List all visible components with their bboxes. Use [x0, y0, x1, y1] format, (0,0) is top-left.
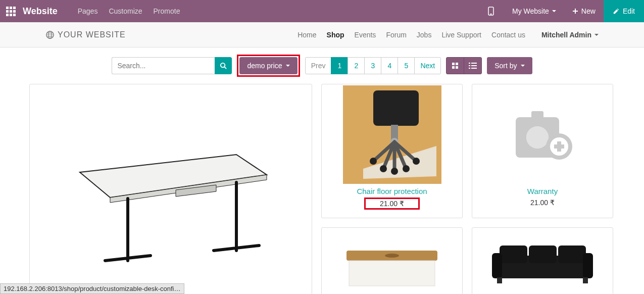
svg-rect-10	[471, 63, 477, 64]
caret-down-icon	[521, 65, 525, 67]
svg-rect-14	[471, 68, 477, 69]
product-row-2	[321, 227, 613, 294]
app-brand[interactable]: Website	[23, 6, 58, 17]
svg-rect-43	[583, 253, 593, 278]
sub-header: YOUR WEBSITE Home Shop Events Forum Jobs…	[0, 22, 644, 47]
grid-view-button[interactable]	[446, 57, 464, 74]
mobile-preview-icon[interactable]	[488, 7, 494, 16]
desk-image	[49, 107, 292, 273]
sub-nav: Home Shop Events Forum Jobs Live Support…	[298, 31, 599, 39]
svg-rect-34	[554, 144, 564, 149]
svg-rect-12	[471, 65, 477, 66]
pagination: Prev 1 2 3 4 5 Next	[305, 57, 441, 74]
svg-point-26	[403, 165, 410, 172]
top-menu-promote[interactable]: Promote	[154, 7, 180, 15]
plus-icon	[572, 8, 578, 14]
edit-label: Edit	[623, 7, 635, 15]
globe-icon	[45, 30, 55, 39]
svg-rect-41	[558, 246, 586, 263]
user-menu[interactable]: Mitchell Admin	[541, 31, 599, 39]
caret-down-icon	[595, 34, 599, 36]
caret-down-icon	[552, 10, 556, 12]
chair-mat-image	[343, 85, 441, 184]
svg-rect-45	[583, 277, 588, 283]
sortby-dropdown[interactable]: Sort by	[487, 57, 532, 74]
status-bar: 192.168.2.206:8013/shop/product/customiz…	[0, 283, 184, 294]
product-price-highlighted: 21.00 ₹	[364, 198, 420, 210]
svg-rect-5	[452, 63, 455, 65]
svg-rect-11	[469, 65, 470, 66]
svg-rect-36	[349, 261, 435, 286]
nav-home[interactable]: Home	[298, 31, 316, 39]
user-name: Mitchell Admin	[541, 31, 591, 39]
top-menu-pages[interactable]: Pages	[78, 7, 98, 15]
right-column: Chair floor protection 21.00 ₹	[321, 84, 613, 294]
nav-contact[interactable]: Contact us	[491, 31, 525, 39]
svg-point-27	[391, 168, 398, 175]
top-menu-customize[interactable]: Customize	[109, 7, 142, 15]
product-card-warranty[interactable]: Warranty 21.00 ₹	[472, 84, 613, 218]
page-3[interactable]: 3	[364, 57, 381, 74]
svg-rect-1	[490, 14, 492, 15]
svg-rect-40	[529, 246, 557, 263]
sortby-label: Sort by	[494, 62, 517, 70]
svg-rect-7	[452, 66, 455, 69]
svg-rect-39	[500, 246, 527, 263]
svg-rect-20	[373, 90, 419, 126]
page-5[interactable]: 5	[398, 57, 415, 74]
pricelist-label: demo price	[247, 62, 282, 70]
svg-rect-44	[497, 277, 502, 283]
new-button[interactable]: New	[564, 7, 604, 15]
svg-rect-9	[469, 63, 470, 64]
svg-point-30	[526, 126, 549, 149]
product-title[interactable]: Warranty	[527, 187, 558, 195]
nav-shop[interactable]: Shop	[327, 31, 344, 39]
page-prev[interactable]: Prev	[305, 57, 332, 74]
nav-forum[interactable]: Forum	[386, 31, 406, 39]
page-2[interactable]: 2	[348, 57, 365, 74]
pricelist-dropdown[interactable]: demo price	[239, 57, 297, 74]
my-website-label: My Website	[512, 7, 549, 15]
product-card-chair-mat[interactable]: Chair floor protection 21.00 ₹	[321, 84, 463, 218]
placeholder-image	[493, 85, 592, 184]
grid-icon	[452, 62, 459, 69]
pricelist-highlight: demo price	[237, 55, 300, 77]
page-4[interactable]: 4	[381, 57, 398, 74]
list-view-button[interactable]	[464, 57, 482, 74]
svg-rect-6	[456, 63, 458, 65]
product-row-1: Chair floor protection 21.00 ₹	[321, 84, 613, 218]
svg-point-4	[221, 63, 225, 67]
product-price: 21.00 ₹	[524, 198, 561, 208]
svg-point-37	[385, 254, 399, 258]
product-card-box[interactable]	[321, 227, 463, 294]
search-icon	[220, 62, 227, 70]
top-bar: Website Pages Customize Promote My Websi…	[0, 0, 644, 22]
page-next[interactable]: Next	[414, 57, 441, 74]
site-name: YOUR WEBSITE	[58, 30, 126, 39]
edit-button[interactable]: Edit	[604, 0, 644, 22]
product-card-sofa[interactable]	[472, 227, 613, 294]
box-image	[334, 233, 450, 288]
pencil-icon	[613, 8, 620, 15]
shop-toolbar: demo price Prev 1 2 3 4 5 Next Sort by	[0, 47, 644, 84]
top-menu: Pages Customize Promote	[78, 7, 180, 15]
list-icon	[469, 63, 477, 69]
nav-jobs[interactable]: Jobs	[417, 31, 432, 39]
svg-point-24	[413, 158, 420, 165]
page-1[interactable]: 1	[331, 57, 348, 74]
nav-live-support[interactable]: Live Support	[441, 31, 481, 39]
caret-down-icon	[286, 65, 290, 67]
svg-rect-21	[391, 125, 398, 140]
search-button[interactable]	[215, 57, 232, 74]
nav-events[interactable]: Events	[355, 31, 376, 39]
product-card-desk[interactable]	[29, 84, 312, 294]
search-group	[112, 57, 232, 74]
apps-icon[interactable]	[6, 7, 16, 16]
svg-rect-8	[456, 66, 458, 69]
my-website-dropdown[interactable]: My Website	[504, 7, 564, 15]
search-input[interactable]	[112, 57, 215, 74]
svg-point-23	[370, 158, 377, 165]
site-brand[interactable]: YOUR WEBSITE	[45, 30, 126, 39]
product-grid: Chair floor protection 21.00 ₹	[0, 84, 644, 294]
product-title[interactable]: Chair floor protection	[357, 187, 427, 195]
